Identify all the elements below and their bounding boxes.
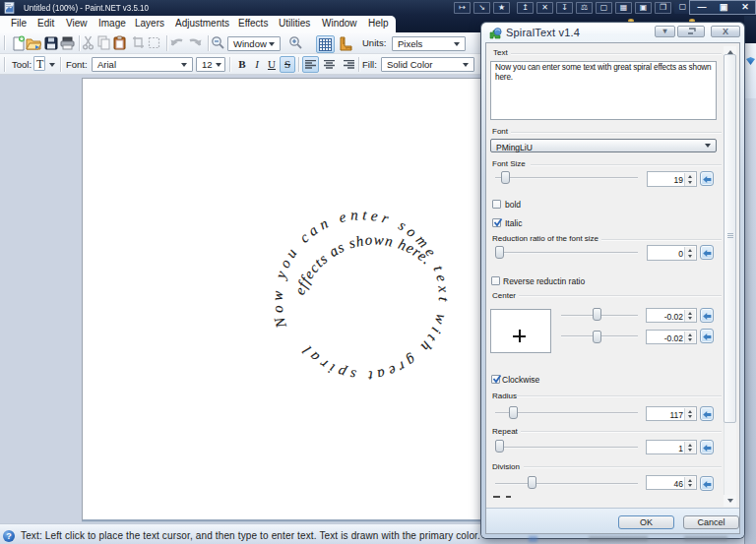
svg-text:effects as shown here.: effects as shown here.	[291, 231, 435, 296]
